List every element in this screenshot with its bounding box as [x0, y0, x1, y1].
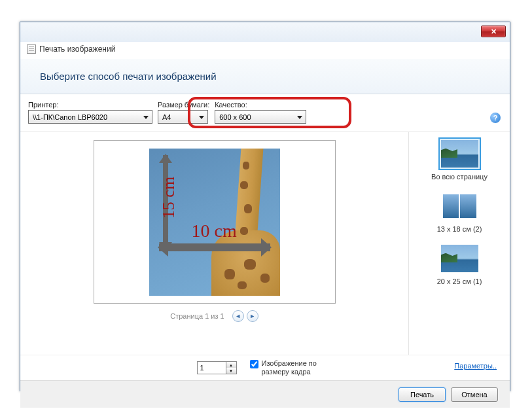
dialog-footer: Печать Отмена: [20, 380, 510, 408]
printer-icon: [27, 44, 36, 54]
copies-down-button[interactable]: ▼: [226, 368, 236, 374]
bottom-options: ▲ ▼ Изображение по размеру кадра Парамет…: [20, 355, 510, 380]
copies-spinner[interactable]: ▲ ▼: [197, 361, 237, 374]
window-title: Печать изображений: [39, 44, 115, 54]
options-bar: Принтер: \\1-ПК\Canon LBP6020 Размер бум…: [20, 94, 510, 132]
printer-label: Принтер:: [28, 101, 152, 109]
content-area: 15 cm 10 cm Страница 1 из 1 ◄ ►: [20, 132, 510, 355]
copies-input[interactable]: [197, 361, 226, 374]
print-button[interactable]: Печать: [399, 387, 446, 402]
layout-13x18[interactable]: 13 x 18 см (2): [416, 190, 503, 233]
preview-page: 15 cm 10 cm: [94, 140, 336, 304]
paper-size-combo[interactable]: A4: [158, 110, 208, 124]
page-heading: Выберите способ печати изображений: [20, 59, 510, 94]
fit-checkbox-label: Изображение по размеру кадра: [262, 359, 334, 376]
print-dialog: ✕ Печать изображений Выберите способ печ…: [20, 22, 510, 391]
layout-label: Во всю страницу: [431, 173, 488, 181]
close-button[interactable]: ✕: [481, 26, 506, 37]
help-icon[interactable]: ?: [490, 113, 501, 123]
parameters-link[interactable]: Параметры..: [454, 362, 497, 370]
cancel-button[interactable]: Отмена: [451, 387, 498, 402]
dimension-horizontal: 10 cm: [159, 234, 270, 260]
pager-next-button[interactable]: ►: [247, 310, 258, 322]
layout-label: 20 x 25 см (1): [437, 277, 482, 285]
pager-text: Страница 1 из 1: [170, 312, 224, 320]
paper-label: Размер бумаги:: [158, 101, 209, 109]
printer-combo[interactable]: \\1-ПК\Canon LBP6020: [28, 110, 152, 124]
window-title-row: Печать изображений: [20, 42, 510, 59]
copies-up-button[interactable]: ▲: [226, 362, 236, 368]
quality-label: Качество:: [215, 101, 306, 109]
layout-full-page[interactable]: Во всю страницу: [416, 137, 503, 181]
preview-image: 15 cm 10 cm: [149, 149, 280, 296]
fit-checkbox-input[interactable]: [250, 360, 258, 368]
dimension-horizontal-text: 10 cm: [192, 221, 237, 241]
preview-pane: 15 cm 10 cm Страница 1 из 1 ◄ ►: [20, 132, 408, 355]
dimension-vertical-text: 15 cm: [159, 176, 179, 218]
quality-combo[interactable]: 600 x 600: [215, 110, 306, 124]
fit-to-frame-checkbox[interactable]: Изображение по размеру кадра: [250, 359, 334, 376]
layout-label: 13 x 18 см (2): [437, 225, 482, 233]
pager-prev-button[interactable]: ◄: [232, 310, 244, 322]
pager: Страница 1 из 1 ◄ ►: [170, 310, 258, 322]
titlebar: ✕: [20, 22, 510, 42]
layout-20x25[interactable]: 20 x 25 см (1): [416, 242, 503, 285]
layout-list[interactable]: Во всю страницу 13 x 18 см (2) 20 x 25 с…: [408, 132, 510, 355]
